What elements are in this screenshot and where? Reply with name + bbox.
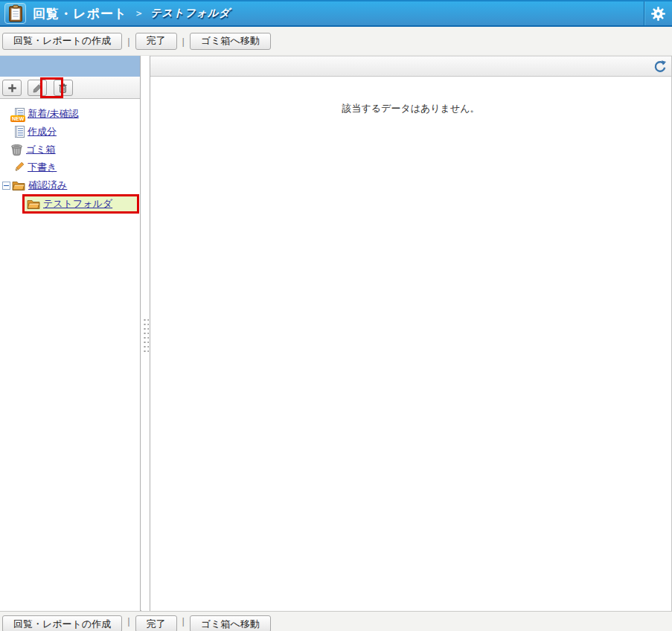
tree-link-new-unconfirmed[interactable]: 新着/未確認 <box>28 107 79 121</box>
collapse-expander-icon[interactable] <box>2 182 10 190</box>
tree-item-created: 作成分 <box>0 123 140 141</box>
splitter-handle[interactable] <box>143 318 149 352</box>
plus-icon <box>7 83 18 94</box>
current-folder-title: テストフォルダ <box>150 7 230 20</box>
edit-folder-button[interactable] <box>28 80 47 96</box>
folder-tools <box>0 77 140 99</box>
tree-item-confirmed: 確認済み <box>0 176 140 194</box>
draft-pencil-icon <box>12 161 25 174</box>
clipboard-app-icon <box>4 3 26 24</box>
create-report-button[interactable]: 回覧・レポートの作成 <box>2 33 122 50</box>
new-badge: NEW <box>10 115 25 122</box>
refresh-icon <box>653 60 667 74</box>
complete-button-bottom[interactable]: 完了 <box>135 615 177 631</box>
annotation-box-test-folder: テストフォルダ <box>22 194 139 214</box>
sidebar-header-band <box>0 56 140 77</box>
folder-icon <box>27 199 40 209</box>
toolbar-separator: | <box>127 36 129 47</box>
folder-sidebar: NEW 新着/未確認 作 <box>0 56 141 611</box>
settings-button[interactable] <box>644 1 672 25</box>
content-header-bar <box>150 56 671 77</box>
folder-open-icon <box>12 180 25 190</box>
complete-button[interactable]: 完了 <box>135 33 177 50</box>
app-window: 回覧・レポート ＞ テストフォルダ 回覧・レポートの作成 | <box>0 0 672 631</box>
content-pane: 該当するデータはありません。 <box>150 56 672 611</box>
main-area: NEW 新着/未確認 作 <box>0 56 672 611</box>
tree-link-confirmed[interactable]: 確認済み <box>28 179 67 192</box>
breadcrumb-separator: ＞ <box>134 7 144 20</box>
pencil-icon <box>32 83 43 94</box>
delete-folder-button[interactable] <box>54 80 73 96</box>
pane-splitter <box>141 56 150 611</box>
gear-icon <box>650 6 666 22</box>
add-folder-button[interactable] <box>2 80 22 96</box>
folder-tree: NEW 新着/未確認 作 <box>0 99 140 214</box>
refresh-button[interactable] <box>653 60 667 74</box>
create-report-button-bottom[interactable]: 回覧・レポートの作成 <box>2 615 122 631</box>
tree-link-test-folder[interactable]: テストフォルダ <box>43 197 112 211</box>
tree-item-test-folder: テストフォルダ <box>0 194 140 214</box>
tree-link-trash[interactable]: ゴミ箱 <box>26 143 56 156</box>
tree-item-trash: ゴミ箱 <box>0 141 140 158</box>
trash-can-icon <box>10 144 23 156</box>
trash-icon <box>57 83 68 94</box>
app-header: 回覧・レポート ＞ テストフォルダ <box>0 0 672 27</box>
tree-link-created[interactable]: 作成分 <box>28 125 57 138</box>
move-to-trash-button-bottom[interactable]: ゴミ箱へ移動 <box>190 615 271 631</box>
toolbar-separator: | <box>182 36 185 47</box>
tree-item-new-unconfirmed: NEW 新着/未確認 <box>0 105 140 123</box>
empty-message: 該当するデータはありません。 <box>150 77 671 115</box>
top-toolbar: 回覧・レポートの作成 | 完了 | ゴミ箱へ移動 <box>0 27 672 56</box>
move-to-trash-button[interactable]: ゴミ箱へ移動 <box>190 33 271 50</box>
tree-link-drafts[interactable]: 下書き <box>28 161 57 174</box>
document-new-icon: NEW <box>15 108 25 120</box>
bottom-toolbar: 回覧・レポートの作成 | 完了 | ゴミ箱へ移動 <box>0 611 672 631</box>
toolbar-separator: | <box>127 615 129 627</box>
document-icon <box>15 126 25 138</box>
app-title: 回覧・レポート <box>33 5 127 22</box>
tree-item-drafts: 下書き <box>0 158 140 176</box>
toolbar-separator: | <box>182 615 185 627</box>
